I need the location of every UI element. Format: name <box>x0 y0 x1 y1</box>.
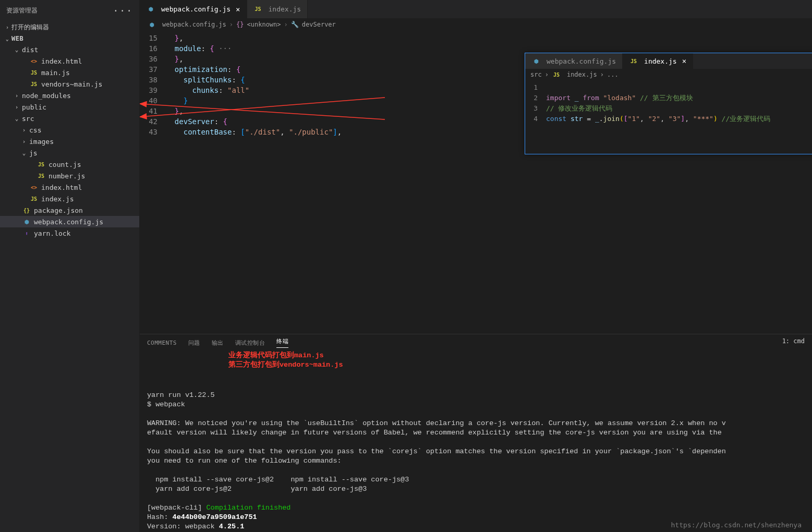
file-package.json[interactable]: {}package.json <box>0 204 139 216</box>
code-line[interactable]: 36 }, <box>140 54 520 64</box>
terminal-line: npm install --save core-js@2 npm install… <box>147 475 805 485</box>
code-line[interactable]: 16 module: { ··· <box>140 43 520 54</box>
inset-breadcrumb[interactable]: src › JS index.js › ... <box>525 69 812 80</box>
inset-tabs: ⬢webpack.config.jsJSindex.js× <box>525 53 812 69</box>
open-editors-section[interactable]: › 打开的编辑器 <box>0 21 139 33</box>
js-icon: JS <box>29 70 39 76</box>
watermark: https://blog.csdn.net/shenzhenya <box>671 521 802 529</box>
sidebar-header: 资源管理器 ··· <box>0 0 139 21</box>
code-line[interactable]: 41 }, <box>140 106 520 116</box>
js-icon: JS <box>629 58 638 64</box>
code-line[interactable]: 38 splitChunks: { <box>140 75 520 85</box>
js-icon: JS <box>37 162 46 167</box>
chevron-icon: › <box>19 138 29 145</box>
terminal-line: [webpack-cli] Compilation finished <box>147 503 805 513</box>
chevron-icon: ⌄ <box>19 150 29 156</box>
file-vendors~main.js[interactable]: JSvendors~main.js <box>0 78 139 90</box>
cube-icon: ⬢ <box>22 219 31 225</box>
editor-left[interactable]: 15 },16 module: { ···36 },37 optimizatio… <box>140 31 520 334</box>
terminal[interactable]: 业务逻辑代码打包到main.js 第三方包打包到vendors~main.js … <box>140 351 812 532</box>
chevron-down-icon: ⌄ <box>3 36 11 42</box>
folder-css[interactable]: ›css <box>0 124 139 136</box>
panel-tab-终端[interactable]: 终端 <box>276 337 288 348</box>
folder-js[interactable]: ⌄js <box>0 147 139 159</box>
chevron-icon: › <box>19 127 29 134</box>
terminal-line: You should also be sure that the version… <box>147 447 805 456</box>
panel: COMMENTS问题输出调试控制台终端 1: cmd 业务逻辑代码打包到main… <box>140 334 812 532</box>
terminal-line: efault version will likely change in fut… <box>147 428 805 438</box>
chevron-icon: ⌄ <box>11 115 22 122</box>
folder-dist[interactable]: ⌄dist <box>0 44 139 55</box>
file-index.html[interactable]: <>index.html <box>0 55 139 67</box>
cube-icon: ⬢ <box>147 22 156 28</box>
terminal-selector[interactable]: 1: cmd <box>782 337 805 345</box>
chevron-right-icon: › <box>545 71 549 78</box>
code-line[interactable]: 37 optimization: { <box>140 64 520 75</box>
more-icon[interactable]: ··· <box>113 5 133 16</box>
panel-tabs: COMMENTS问题输出调试控制台终端 1: cmd <box>140 334 812 351</box>
file-index.html[interactable]: <>index.html <box>0 182 139 193</box>
panel-tab-调试控制台[interactable]: 调试控制台 <box>235 339 265 347</box>
chevron-right-icon: › <box>600 71 604 78</box>
code-line[interactable]: 3// 修改业务逻辑代码 <box>525 103 812 114</box>
folder-src[interactable]: ⌄src <box>0 113 139 124</box>
chevron-icon: › <box>11 104 22 111</box>
terminal-line: WARNING: We noticed you're using the `us… <box>147 419 805 428</box>
code-line[interactable]: 39 chunks: "all" <box>140 85 520 95</box>
tab-webpack.config.js[interactable]: ⬢webpack.config.js× <box>140 0 247 18</box>
annotation-text-2: 第三方包打包到vendors~main.js <box>228 360 343 370</box>
annotation-text-1: 业务逻辑代码打包到main.js <box>228 351 324 360</box>
file-number.js[interactable]: JSnumber.js <box>0 170 139 182</box>
terminal-line <box>147 409 805 419</box>
tab-index.js[interactable]: JSindex.js <box>247 0 308 18</box>
file-yarn.lock[interactable]: ⬆yarn.lock <box>0 227 139 239</box>
main-area: ⬢webpack.config.js×JSindex.js ⬢ webpack.… <box>140 0 812 532</box>
code-line[interactable]: 4const str = _.join(["1", "2", "3"], "**… <box>525 114 812 124</box>
cube-icon: ⬢ <box>531 58 541 64</box>
panel-tab-输出[interactable]: 输出 <box>212 339 224 347</box>
brackets-icon: {} <box>236 21 244 28</box>
project-section[interactable]: ⌄ WEB <box>0 33 139 44</box>
terminal-line: you need to run one of the following com… <box>147 456 805 466</box>
terminal-line: yarn run v1.22.5 <box>147 391 805 400</box>
code-line[interactable]: 1 <box>525 82 812 93</box>
chevron-icon: › <box>11 92 22 99</box>
code-line[interactable]: 2import _ from "lodash" // 第三方包模块 <box>525 93 812 103</box>
js-icon: JS <box>253 6 263 12</box>
terminal-line <box>147 466 805 475</box>
code-line[interactable]: 43 contentBase: ["./dist", "./public"], <box>140 127 520 137</box>
code-line[interactable]: 15 }, <box>140 33 520 43</box>
editor-area: 15 },16 module: { ···36 },37 optimizatio… <box>140 31 812 334</box>
file-tree: ⌄dist<>index.htmlJSmain.jsJSvendors~main… <box>0 44 139 239</box>
breadcrumb[interactable]: ⬢ webpack.config.js › {} <unknown> › 🔧 d… <box>140 18 812 31</box>
code-line[interactable]: 40 } <box>140 95 520 106</box>
tab-index.js[interactable]: JSindex.js× <box>623 53 693 69</box>
panel-tab-问题[interactable]: 问题 <box>188 339 200 347</box>
html-icon: <> <box>29 58 39 64</box>
tab-webpack.config.js[interactable]: ⬢webpack.config.js <box>525 53 623 69</box>
chevron-icon: ⌄ <box>11 46 22 53</box>
terminal-line <box>147 494 805 503</box>
file-index.js[interactable]: JSindex.js <box>0 193 139 204</box>
lock-icon: ⬆ <box>22 231 31 236</box>
folder-images[interactable]: ›images <box>0 136 139 147</box>
panel-tab-COMMENTS[interactable]: COMMENTS <box>147 340 177 346</box>
wrench-icon: 🔧 <box>291 21 299 28</box>
code-line[interactable]: 42 devServer: { <box>140 116 520 127</box>
cube-icon: ⬢ <box>146 6 155 12</box>
file-main.js[interactable]: JSmain.js <box>0 67 139 78</box>
file-count.js[interactable]: JScount.js <box>0 159 139 170</box>
editor-tabs: ⬢webpack.config.js×JSindex.js <box>140 0 812 18</box>
explorer-sidebar: 资源管理器 ··· › 打开的编辑器 ⌄ WEB ⌄dist<>index.ht… <box>0 0 140 532</box>
terminal-line <box>147 438 805 447</box>
file-webpack.config.js[interactable]: ⬢webpack.config.js <box>0 216 139 227</box>
chevron-right-icon: › <box>229 21 233 28</box>
terminal-line: yarn add core-js@2 yarn add core-js@3 <box>147 485 805 494</box>
terminal-line: $ webpack <box>147 400 805 409</box>
folder-public[interactable]: ›public <box>0 101 139 113</box>
js-icon: JS <box>37 173 46 179</box>
close-icon[interactable]: × <box>682 57 686 65</box>
explorer-title: 资源管理器 <box>6 6 38 15</box>
folder-node_modules[interactable]: ›node_modules <box>0 90 139 101</box>
close-icon[interactable]: × <box>236 5 240 14</box>
